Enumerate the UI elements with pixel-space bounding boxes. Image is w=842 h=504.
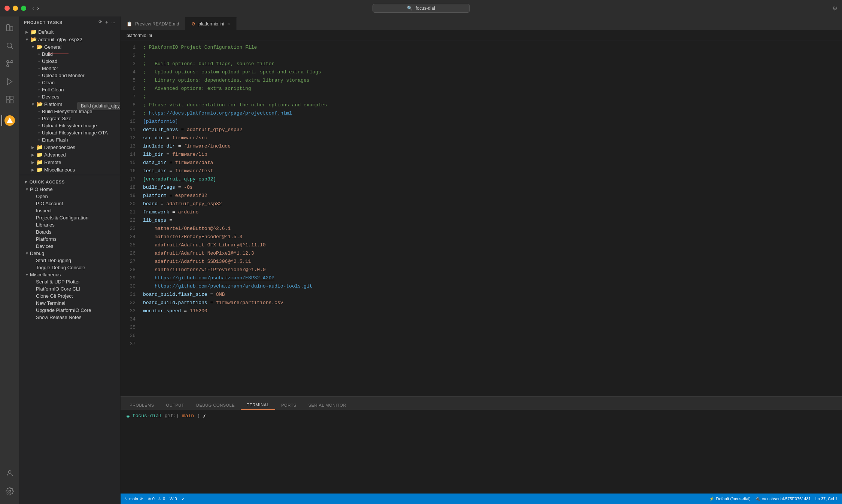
panel-tab-ports[interactable]: PORTS [275, 401, 302, 410]
check-status[interactable]: ✓ [182, 497, 185, 501]
back-arrow[interactable]: ‹ [32, 5, 34, 12]
account-icon[interactable] [1, 465, 18, 482]
collapse-arrow: ▼ [24, 187, 30, 191]
tree-item-open[interactable]: Open [19, 193, 120, 200]
tree-item-remote[interactable]: ▶ 📁 Remote [19, 158, 120, 166]
tree-item-devices-qa[interactable]: Devices [19, 243, 120, 250]
tree-label: Upload Filesystem Image OTA [42, 130, 108, 136]
tree-label: Advanced [44, 152, 66, 158]
source-control-icon[interactable] [1, 55, 18, 72]
tree-item-upload-fs[interactable]: ○ Upload Filesystem Image [19, 122, 120, 129]
collapse-arrow: ▼ [24, 37, 30, 42]
watch-status[interactable]: W 0 [170, 497, 177, 501]
tree-item-miscellaneous-tasks[interactable]: ▶ 📁 Miscellaneous [19, 166, 120, 173]
tree-item-adafruit[interactable]: ▼ 📂 adafruit_qtpy_esp32 [19, 36, 120, 43]
task-icon: ○ [36, 110, 42, 113]
tree-item-general[interactable]: ▼ 📂 General [19, 43, 120, 51]
panel-tab-serial-monitor[interactable]: SERIAL MONITOR [303, 401, 352, 410]
run-debug-icon[interactable] [1, 73, 18, 90]
tree-item-new-terminal[interactable]: New Terminal [19, 300, 120, 307]
manage-icon[interactable] [1, 483, 18, 500]
error-status[interactable]: ⊗ 0 ⚠ 0 [148, 497, 165, 501]
tree-item-boards[interactable]: Boards [19, 228, 120, 236]
code-line-5: ; Library options: dependencies, extra l… [139, 76, 842, 85]
tree-item-release-notes[interactable]: Show Release Notes [19, 314, 120, 321]
tree-item-default[interactable]: ▶ 📁 Default [19, 28, 120, 36]
tab-label: platformio.ini [198, 21, 224, 27]
tab-label: Preview README.md [135, 21, 179, 27]
tree-label: General [44, 44, 61, 50]
extensions-icon[interactable] [1, 91, 18, 108]
task-icon: ○ [36, 52, 42, 56]
tree-item-advanced[interactable]: ▶ 📁 Advanced [19, 151, 120, 158]
tab-icon: ⚙ [191, 21, 195, 27]
tree-item-inspect[interactable]: Inspect [19, 207, 120, 214]
add-icon[interactable]: ＋ [104, 19, 109, 25]
tree-item-upload-fs-ota[interactable]: ○ Upload Filesystem Image OTA [19, 129, 120, 136]
minimize-button[interactable] [13, 6, 18, 11]
tree-label: Toggle Debug Console [36, 265, 85, 270]
code-editor[interactable]: ; PlatformIO Project Configuration File … [139, 40, 842, 396]
pio-logo [4, 115, 15, 126]
forward-arrow[interactable]: › [37, 5, 39, 12]
sync-icon: ⟳ [140, 497, 143, 501]
tree-item-start-debugging[interactable]: Start Debugging [19, 257, 120, 264]
refresh-icon[interactable]: ⟳ [98, 19, 102, 25]
tree-item-upload-monitor[interactable]: ○ Upload and Monitor [19, 72, 120, 79]
git-branch-status[interactable]: ⑂ main ⟳ [125, 497, 143, 501]
search-icon[interactable] [1, 37, 18, 54]
explorer-icon[interactable] [1, 19, 18, 36]
status-bar: ⑂ main ⟳ ⊗ 0 ⚠ 0 W 0 ✓ ⚡ [121, 494, 842, 504]
tree-item-pio-home[interactable]: ▼ PIO Home [19, 186, 120, 193]
titlebar: ‹ › 🔍 focus-dial ⚙ [0, 0, 842, 16]
tree-item-upload[interactable]: ○ Upload [19, 58, 120, 65]
svg-rect-10 [6, 96, 9, 99]
collapse-arrow: ▶ [30, 153, 36, 157]
code-line-7: ; [139, 93, 842, 101]
code-line-27: adafruit/Adafruit GFX Library@^1.11.10 [139, 241, 842, 249]
maximize-button[interactable] [21, 6, 26, 11]
terminal-git-close: ) [197, 413, 200, 419]
tree-item-miscellaneous-qa[interactable]: ▼ Miscellaneous [19, 271, 120, 278]
settings-icon[interactable]: ⚙ [832, 5, 838, 12]
close-button[interactable] [4, 6, 10, 11]
tab-platformio-ini[interactable]: ⚙ platformio.ini × [185, 17, 236, 30]
tree-item-full-clean[interactable]: ○ Full Clean [19, 86, 120, 93]
tree-item-clean[interactable]: ○ Clean [19, 79, 120, 86]
tree-item-projects-config[interactable]: Projects & Configuration [19, 214, 120, 221]
tree-item-dependencies[interactable]: ▶ 📁 Dependencies [19, 143, 120, 151]
panel-tab-terminal[interactable]: TERMINAL [241, 400, 275, 410]
tree-item-toggle-debug[interactable]: Toggle Debug Console [19, 264, 120, 271]
panel-tab-problems[interactable]: PROBLEMS [124, 401, 160, 410]
code-line-22: board = adafruit_qtpy_esp32 [139, 200, 842, 208]
svg-point-5 [10, 61, 13, 63]
quick-access-header: ▼ QUICK ACCESS [19, 177, 120, 186]
tree-item-program-size[interactable]: ○ Program Size [19, 115, 120, 122]
tree-item-devices-general[interactable]: ○ Devices [19, 93, 120, 100]
env-status[interactable]: ⚡ Default (focus-dial) [709, 497, 750, 501]
tree-item-pio-account[interactable]: PIO Account [19, 200, 120, 207]
tab-readme[interactable]: 📋 Preview README.md [121, 17, 185, 30]
ln-col-status[interactable]: Ln 37, Col 1 [815, 497, 838, 501]
tree-item-clone-git[interactable]: Clone Git Project [19, 292, 120, 300]
tree-item-build[interactable]: ○ Build [19, 51, 120, 58]
panel-tab-debug-console[interactable]: DEBUG CONSOLE [190, 401, 241, 410]
code-line-15: lib_dir = firmware/lib [139, 151, 842, 159]
tree-item-platforms[interactable]: Platforms [19, 236, 120, 243]
panel-tab-output[interactable]: OUTPUT [160, 401, 191, 410]
tree-label: Show Release Notes [36, 315, 81, 320]
tree-item-pio-core-cli[interactable]: PlatformIO Core CLI [19, 285, 120, 292]
terminal-content[interactable]: ◉ focus-dial git:(main) ✗ [121, 410, 842, 494]
tree-item-debug[interactable]: ▼ Debug [19, 250, 120, 257]
traffic-lights [4, 6, 26, 11]
platformio-icon[interactable] [1, 112, 18, 129]
more-icon[interactable]: … [111, 19, 116, 25]
tab-close-button[interactable]: × [227, 21, 230, 27]
task-icon: ○ [36, 74, 42, 77]
tree-item-libraries[interactable]: Libraries [19, 221, 120, 228]
port-status[interactable]: 🔌 cu.usbserial-575E0761481 [755, 497, 811, 501]
tree-item-serial-plotter[interactable]: Serial & UDP Plotter [19, 278, 120, 285]
tree-item-upgrade-pio[interactable]: Upgrade PlatformIO Core [19, 307, 120, 314]
tree-item-erase-flash[interactable]: ○ Erase Flash [19, 136, 120, 143]
tree-item-monitor[interactable]: ○ Monitor [19, 65, 120, 72]
